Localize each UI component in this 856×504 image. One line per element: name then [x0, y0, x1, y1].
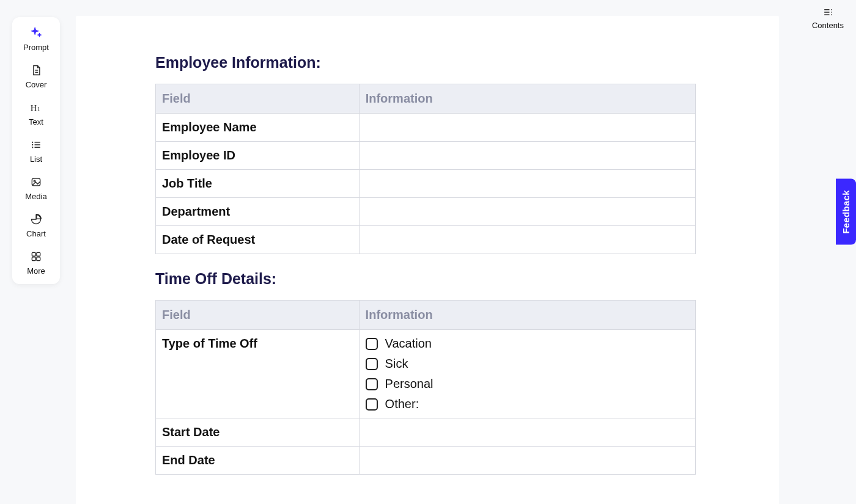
svg-point-11: [34, 180, 35, 182]
table-row[interactable]: Start Date: [156, 418, 696, 447]
svg-point-17: [831, 9, 832, 10]
toolbar-item-list[interactable]: List: [16, 137, 56, 164]
checkbox-label: Sick: [385, 357, 408, 371]
table-row[interactable]: Department: [156, 198, 696, 226]
piechart-icon: [29, 212, 43, 227]
field-cell: Date of Request: [156, 226, 360, 254]
field-cell: Department: [156, 198, 360, 226]
svg-text:H: H: [31, 103, 37, 113]
toolbar-label: Prompt: [23, 43, 49, 52]
toolbar-item-chart[interactable]: Chart: [16, 212, 56, 238]
toolbar-label: Text: [29, 117, 43, 126]
svg-text:1: 1: [37, 106, 40, 112]
image-icon: [29, 175, 43, 189]
table-header-information: Information: [359, 301, 695, 330]
sparkle-icon: [29, 26, 43, 40]
checkbox-label: Vacation: [385, 337, 432, 351]
toolbar-label: Chart: [26, 229, 46, 238]
checkbox-icon[interactable]: [366, 338, 378, 350]
field-cell: Start Date: [156, 418, 360, 447]
svg-rect-13: [37, 252, 40, 256]
svg-rect-14: [32, 257, 35, 261]
field-cell: Job Title: [156, 170, 360, 198]
toolbar-item-cover[interactable]: Cover: [16, 63, 56, 89]
toolbar-item-text[interactable]: H 1 Text: [16, 100, 56, 126]
svg-point-19: [831, 12, 832, 13]
field-cell: Employee ID: [156, 142, 360, 170]
svg-rect-15: [37, 257, 40, 261]
checkbox-option[interactable]: Personal: [366, 377, 689, 391]
table-header-field: Field: [156, 301, 360, 330]
left-toolbar: Prompt Cover H 1 Text: [12, 17, 60, 284]
svg-point-4: [32, 142, 33, 142]
info-cell[interactable]: [359, 447, 695, 475]
table-header-field: Field: [156, 84, 360, 114]
grid-icon: [29, 249, 43, 264]
field-cell: Type of Time Off: [156, 330, 360, 418]
section-title-timeoff: Time Off Details:: [155, 270, 699, 288]
info-cell[interactable]: [359, 226, 695, 254]
info-cell[interactable]: [359, 142, 695, 170]
toolbar-label: More: [27, 266, 45, 276]
svg-point-8: [32, 147, 33, 148]
checkbox-option[interactable]: Other:: [366, 397, 689, 411]
toolbar-label: List: [30, 155, 42, 164]
document-canvas: Employee Information: Field Information …: [76, 16, 779, 504]
toolbar-item-more[interactable]: More: [16, 249, 56, 276]
employee-info-table: Field Information Employee NameEmployee …: [155, 84, 696, 254]
checkbox-icon[interactable]: [366, 378, 378, 390]
table-row[interactable]: Employee Name: [156, 114, 696, 142]
checkbox-option[interactable]: Sick: [366, 357, 689, 371]
table-row[interactable]: Date of Request: [156, 226, 696, 254]
toc-icon: [821, 5, 835, 20]
table-row[interactable]: Type of Time OffVacationSickPersonalOthe…: [156, 330, 696, 418]
feedback-button[interactable]: Feedback: [836, 179, 856, 245]
page-icon: [29, 63, 43, 78]
info-cell[interactable]: [359, 170, 695, 198]
table-row[interactable]: Employee ID: [156, 142, 696, 170]
table-row[interactable]: End Date: [156, 447, 696, 475]
info-cell[interactable]: [359, 418, 695, 447]
info-cell[interactable]: [359, 114, 695, 142]
field-cell: Employee Name: [156, 114, 360, 142]
table-header-information: Information: [359, 84, 695, 114]
info-cell[interactable]: [359, 198, 695, 226]
svg-point-6: [32, 145, 33, 145]
heading-icon: H 1: [29, 100, 43, 115]
table-row[interactable]: Job Title: [156, 170, 696, 198]
svg-rect-12: [32, 252, 35, 256]
info-cell: VacationSickPersonalOther:: [359, 330, 695, 418]
toolbar-item-prompt[interactable]: Prompt: [16, 26, 56, 52]
list-icon: [29, 137, 43, 152]
field-cell: End Date: [156, 447, 360, 475]
toolbar-item-media[interactable]: Media: [16, 175, 56, 201]
checkbox-option[interactable]: Vacation: [366, 337, 689, 351]
checkbox-label: Personal: [385, 377, 434, 391]
contents-label: Contents: [812, 21, 844, 30]
section-title-employee-info: Employee Information:: [155, 54, 699, 71]
toolbar-label: Media: [25, 192, 46, 201]
toolbar-label: Cover: [26, 80, 47, 89]
svg-point-21: [831, 14, 832, 15]
timeoff-table: Field Information Type of Time OffVacati…: [155, 300, 696, 475]
checkbox-label: Other:: [385, 397, 419, 411]
checkbox-icon[interactable]: [366, 358, 378, 370]
checkbox-icon[interactable]: [366, 398, 378, 411]
contents-button[interactable]: Contents: [812, 5, 844, 30]
